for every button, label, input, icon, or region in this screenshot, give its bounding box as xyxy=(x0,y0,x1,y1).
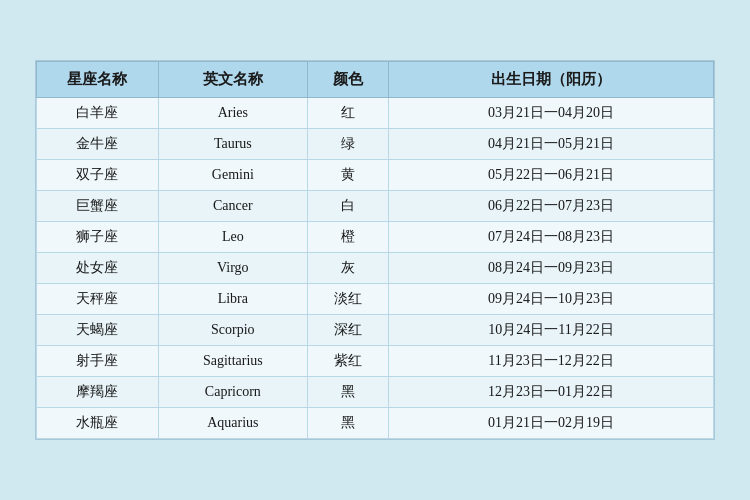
table-row: 处女座Virgo灰08月24日一09月23日 xyxy=(37,253,714,284)
cell-english: Cancer xyxy=(158,191,307,222)
cell-chinese: 射手座 xyxy=(37,346,159,377)
cell-date: 04月21日一05月21日 xyxy=(389,129,714,160)
cell-date: 11月23日一12月22日 xyxy=(389,346,714,377)
cell-color: 白 xyxy=(307,191,388,222)
cell-english: Libra xyxy=(158,284,307,315)
cell-color: 黄 xyxy=(307,160,388,191)
zodiac-table: 星座名称 英文名称 颜色 出生日期（阳历） 白羊座Aries红03月21日一04… xyxy=(36,61,714,439)
cell-chinese: 水瓶座 xyxy=(37,408,159,439)
cell-color: 黑 xyxy=(307,377,388,408)
cell-chinese: 处女座 xyxy=(37,253,159,284)
header-color: 颜色 xyxy=(307,62,388,98)
cell-english: Virgo xyxy=(158,253,307,284)
header-date: 出生日期（阳历） xyxy=(389,62,714,98)
cell-chinese: 狮子座 xyxy=(37,222,159,253)
cell-color: 淡红 xyxy=(307,284,388,315)
cell-english: Scorpio xyxy=(158,315,307,346)
cell-chinese: 巨蟹座 xyxy=(37,191,159,222)
cell-english: Leo xyxy=(158,222,307,253)
cell-date: 09月24日一10月23日 xyxy=(389,284,714,315)
cell-color: 橙 xyxy=(307,222,388,253)
cell-chinese: 金牛座 xyxy=(37,129,159,160)
cell-color: 紫红 xyxy=(307,346,388,377)
table-row: 射手座Sagittarius紫红11月23日一12月22日 xyxy=(37,346,714,377)
cell-color: 深红 xyxy=(307,315,388,346)
cell-date: 10月24日一11月22日 xyxy=(389,315,714,346)
cell-chinese: 双子座 xyxy=(37,160,159,191)
cell-color: 黑 xyxy=(307,408,388,439)
cell-chinese: 摩羯座 xyxy=(37,377,159,408)
table-row: 天秤座Libra淡红09月24日一10月23日 xyxy=(37,284,714,315)
table-row: 双子座Gemini黄05月22日一06月21日 xyxy=(37,160,714,191)
table-row: 白羊座Aries红03月21日一04月20日 xyxy=(37,98,714,129)
cell-date: 05月22日一06月21日 xyxy=(389,160,714,191)
cell-chinese: 白羊座 xyxy=(37,98,159,129)
cell-english: Sagittarius xyxy=(158,346,307,377)
table-row: 金牛座Taurus绿04月21日一05月21日 xyxy=(37,129,714,160)
header-chinese: 星座名称 xyxy=(37,62,159,98)
cell-english: Gemini xyxy=(158,160,307,191)
cell-date: 01月21日一02月19日 xyxy=(389,408,714,439)
cell-date: 03月21日一04月20日 xyxy=(389,98,714,129)
table-row: 狮子座Leo橙07月24日一08月23日 xyxy=(37,222,714,253)
table-body: 白羊座Aries红03月21日一04月20日金牛座Taurus绿04月21日一0… xyxy=(37,98,714,439)
cell-date: 08月24日一09月23日 xyxy=(389,253,714,284)
cell-chinese: 天秤座 xyxy=(37,284,159,315)
table-row: 水瓶座Aquarius黑01月21日一02月19日 xyxy=(37,408,714,439)
cell-english: Capricorn xyxy=(158,377,307,408)
table-row: 天蝎座Scorpio深红10月24日一11月22日 xyxy=(37,315,714,346)
cell-color: 灰 xyxy=(307,253,388,284)
cell-chinese: 天蝎座 xyxy=(37,315,159,346)
zodiac-table-container: 星座名称 英文名称 颜色 出生日期（阳历） 白羊座Aries红03月21日一04… xyxy=(35,60,715,440)
cell-date: 06月22日一07月23日 xyxy=(389,191,714,222)
cell-date: 12月23日一01月22日 xyxy=(389,377,714,408)
cell-english: Taurus xyxy=(158,129,307,160)
cell-date: 07月24日一08月23日 xyxy=(389,222,714,253)
table-row: 巨蟹座Cancer白06月22日一07月23日 xyxy=(37,191,714,222)
cell-color: 绿 xyxy=(307,129,388,160)
cell-english: Aries xyxy=(158,98,307,129)
header-english: 英文名称 xyxy=(158,62,307,98)
cell-english: Aquarius xyxy=(158,408,307,439)
cell-color: 红 xyxy=(307,98,388,129)
table-header-row: 星座名称 英文名称 颜色 出生日期（阳历） xyxy=(37,62,714,98)
table-row: 摩羯座Capricorn黑12月23日一01月22日 xyxy=(37,377,714,408)
